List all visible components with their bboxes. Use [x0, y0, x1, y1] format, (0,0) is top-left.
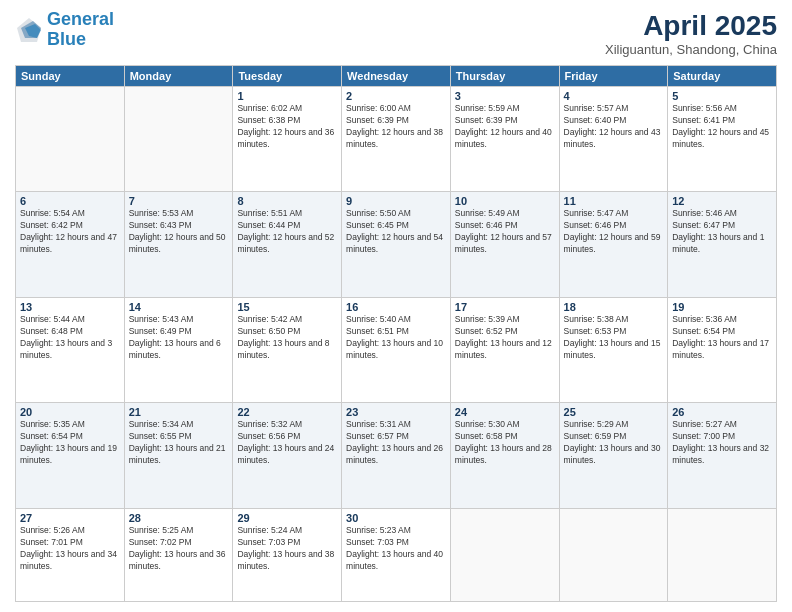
day-number: 11 — [564, 195, 664, 207]
day-number: 14 — [129, 301, 229, 313]
calendar-cell: 25Sunrise: 5:29 AM Sunset: 6:59 PM Dayli… — [559, 403, 668, 508]
day-info: Sunrise: 5:24 AM Sunset: 7:03 PM Dayligh… — [237, 525, 337, 573]
day-info: Sunrise: 5:46 AM Sunset: 6:47 PM Dayligh… — [672, 208, 772, 256]
day-info: Sunrise: 5:47 AM Sunset: 6:46 PM Dayligh… — [564, 208, 664, 256]
calendar-cell: 10Sunrise: 5:49 AM Sunset: 6:46 PM Dayli… — [450, 192, 559, 297]
day-info: Sunrise: 5:59 AM Sunset: 6:39 PM Dayligh… — [455, 103, 555, 151]
day-info: Sunrise: 5:34 AM Sunset: 6:55 PM Dayligh… — [129, 419, 229, 467]
main-title: April 2025 — [605, 10, 777, 42]
calendar-cell: 28Sunrise: 5:25 AM Sunset: 7:02 PM Dayli… — [124, 508, 233, 601]
day-info: Sunrise: 5:30 AM Sunset: 6:58 PM Dayligh… — [455, 419, 555, 467]
day-number: 9 — [346, 195, 446, 207]
day-number: 26 — [672, 406, 772, 418]
calendar-week-1: 1Sunrise: 6:02 AM Sunset: 6:38 PM Daylig… — [16, 87, 777, 192]
day-number: 4 — [564, 90, 664, 102]
day-info: Sunrise: 5:27 AM Sunset: 7:00 PM Dayligh… — [672, 419, 772, 467]
calendar-cell: 13Sunrise: 5:44 AM Sunset: 6:48 PM Dayli… — [16, 297, 125, 402]
calendar-cell: 12Sunrise: 5:46 AM Sunset: 6:47 PM Dayli… — [668, 192, 777, 297]
day-info: Sunrise: 5:35 AM Sunset: 6:54 PM Dayligh… — [20, 419, 120, 467]
calendar-cell: 5Sunrise: 5:56 AM Sunset: 6:41 PM Daylig… — [668, 87, 777, 192]
header-saturday: Saturday — [668, 66, 777, 87]
calendar-cell: 11Sunrise: 5:47 AM Sunset: 6:46 PM Dayli… — [559, 192, 668, 297]
day-info: Sunrise: 5:51 AM Sunset: 6:44 PM Dayligh… — [237, 208, 337, 256]
day-number: 24 — [455, 406, 555, 418]
day-info: Sunrise: 5:26 AM Sunset: 7:01 PM Dayligh… — [20, 525, 120, 573]
calendar-cell: 9Sunrise: 5:50 AM Sunset: 6:45 PM Daylig… — [342, 192, 451, 297]
day-info: Sunrise: 5:42 AM Sunset: 6:50 PM Dayligh… — [237, 314, 337, 362]
day-number: 27 — [20, 512, 120, 524]
header-monday: Monday — [124, 66, 233, 87]
day-number: 17 — [455, 301, 555, 313]
calendar-cell: 21Sunrise: 5:34 AM Sunset: 6:55 PM Dayli… — [124, 403, 233, 508]
day-info: Sunrise: 5:49 AM Sunset: 6:46 PM Dayligh… — [455, 208, 555, 256]
calendar-cell: 15Sunrise: 5:42 AM Sunset: 6:50 PM Dayli… — [233, 297, 342, 402]
day-info: Sunrise: 5:54 AM Sunset: 6:42 PM Dayligh… — [20, 208, 120, 256]
calendar-cell: 16Sunrise: 5:40 AM Sunset: 6:51 PM Dayli… — [342, 297, 451, 402]
calendar-cell — [668, 508, 777, 601]
day-number: 23 — [346, 406, 446, 418]
calendar-cell: 24Sunrise: 5:30 AM Sunset: 6:58 PM Dayli… — [450, 403, 559, 508]
calendar-cell — [16, 87, 125, 192]
day-number: 20 — [20, 406, 120, 418]
day-number: 6 — [20, 195, 120, 207]
calendar-cell: 22Sunrise: 5:32 AM Sunset: 6:56 PM Dayli… — [233, 403, 342, 508]
calendar-week-2: 6Sunrise: 5:54 AM Sunset: 6:42 PM Daylig… — [16, 192, 777, 297]
logo-icon — [15, 16, 43, 44]
day-info: Sunrise: 5:57 AM Sunset: 6:40 PM Dayligh… — [564, 103, 664, 151]
day-number: 2 — [346, 90, 446, 102]
calendar-cell: 3Sunrise: 5:59 AM Sunset: 6:39 PM Daylig… — [450, 87, 559, 192]
calendar-cell: 20Sunrise: 5:35 AM Sunset: 6:54 PM Dayli… — [16, 403, 125, 508]
calendar-week-4: 20Sunrise: 5:35 AM Sunset: 6:54 PM Dayli… — [16, 403, 777, 508]
calendar-cell: 8Sunrise: 5:51 AM Sunset: 6:44 PM Daylig… — [233, 192, 342, 297]
day-number: 8 — [237, 195, 337, 207]
subtitle: Xiliguantun, Shandong, China — [605, 42, 777, 57]
day-number: 30 — [346, 512, 446, 524]
calendar-cell: 4Sunrise: 5:57 AM Sunset: 6:40 PM Daylig… — [559, 87, 668, 192]
calendar-cell: 7Sunrise: 5:53 AM Sunset: 6:43 PM Daylig… — [124, 192, 233, 297]
calendar-week-3: 13Sunrise: 5:44 AM Sunset: 6:48 PM Dayli… — [16, 297, 777, 402]
calendar: Sunday Monday Tuesday Wednesday Thursday… — [15, 65, 777, 602]
header-wednesday: Wednesday — [342, 66, 451, 87]
logo: General Blue — [15, 10, 114, 50]
days-header-row: Sunday Monday Tuesday Wednesday Thursday… — [16, 66, 777, 87]
day-number: 28 — [129, 512, 229, 524]
day-info: Sunrise: 5:23 AM Sunset: 7:03 PM Dayligh… — [346, 525, 446, 573]
header: General Blue April 2025 Xiliguantun, Sha… — [15, 10, 777, 57]
header-sunday: Sunday — [16, 66, 125, 87]
day-number: 25 — [564, 406, 664, 418]
day-info: Sunrise: 5:44 AM Sunset: 6:48 PM Dayligh… — [20, 314, 120, 362]
calendar-cell: 18Sunrise: 5:38 AM Sunset: 6:53 PM Dayli… — [559, 297, 668, 402]
calendar-cell: 1Sunrise: 6:02 AM Sunset: 6:38 PM Daylig… — [233, 87, 342, 192]
calendar-cell — [124, 87, 233, 192]
header-friday: Friday — [559, 66, 668, 87]
day-info: Sunrise: 5:32 AM Sunset: 6:56 PM Dayligh… — [237, 419, 337, 467]
calendar-cell: 6Sunrise: 5:54 AM Sunset: 6:42 PM Daylig… — [16, 192, 125, 297]
day-info: Sunrise: 5:56 AM Sunset: 6:41 PM Dayligh… — [672, 103, 772, 151]
calendar-cell: 23Sunrise: 5:31 AM Sunset: 6:57 PM Dayli… — [342, 403, 451, 508]
day-info: Sunrise: 5:36 AM Sunset: 6:54 PM Dayligh… — [672, 314, 772, 362]
header-tuesday: Tuesday — [233, 66, 342, 87]
calendar-cell — [450, 508, 559, 601]
day-number: 1 — [237, 90, 337, 102]
day-number: 12 — [672, 195, 772, 207]
day-number: 16 — [346, 301, 446, 313]
day-info: Sunrise: 5:50 AM Sunset: 6:45 PM Dayligh… — [346, 208, 446, 256]
calendar-cell: 30Sunrise: 5:23 AM Sunset: 7:03 PM Dayli… — [342, 508, 451, 601]
day-info: Sunrise: 6:00 AM Sunset: 6:39 PM Dayligh… — [346, 103, 446, 151]
day-info: Sunrise: 5:29 AM Sunset: 6:59 PM Dayligh… — [564, 419, 664, 467]
day-info: Sunrise: 5:40 AM Sunset: 6:51 PM Dayligh… — [346, 314, 446, 362]
day-number: 3 — [455, 90, 555, 102]
day-number: 22 — [237, 406, 337, 418]
day-number: 19 — [672, 301, 772, 313]
calendar-cell: 14Sunrise: 5:43 AM Sunset: 6:49 PM Dayli… — [124, 297, 233, 402]
day-number: 13 — [20, 301, 120, 313]
day-number: 10 — [455, 195, 555, 207]
day-info: Sunrise: 5:43 AM Sunset: 6:49 PM Dayligh… — [129, 314, 229, 362]
day-number: 18 — [564, 301, 664, 313]
day-info: Sunrise: 5:31 AM Sunset: 6:57 PM Dayligh… — [346, 419, 446, 467]
day-number: 5 — [672, 90, 772, 102]
logo-text2: Blue — [47, 30, 114, 50]
calendar-cell: 26Sunrise: 5:27 AM Sunset: 7:00 PM Dayli… — [668, 403, 777, 508]
calendar-cell: 2Sunrise: 6:00 AM Sunset: 6:39 PM Daylig… — [342, 87, 451, 192]
day-info: Sunrise: 5:38 AM Sunset: 6:53 PM Dayligh… — [564, 314, 664, 362]
